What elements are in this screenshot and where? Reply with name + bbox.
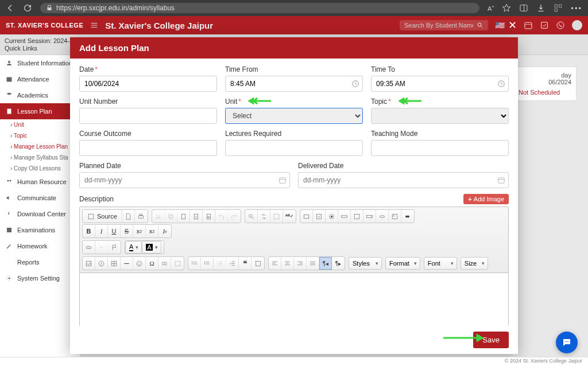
sidebar-item-hr[interactable]: Human Resource (0, 174, 80, 190)
sidebar-item-reports[interactable]: Reports (0, 254, 80, 270)
hamburger-icon[interactable] (90, 21, 98, 29)
radio-button[interactable] (326, 210, 338, 223)
format-select[interactable]: Format (385, 257, 420, 270)
indent-button[interactable] (226, 257, 239, 270)
flash-button[interactable]: ƒ (95, 257, 108, 270)
sidebar-item-academics[interactable]: Academics (0, 87, 80, 103)
date-input[interactable] (79, 76, 217, 92)
close-icon[interactable]: ✕ (508, 20, 517, 30)
sidebar-sub-copy-old[interactable]: › Copy Old Lessons (0, 163, 80, 174)
sidebar-sub-topic[interactable]: › Topic (0, 130, 80, 141)
flag-icon[interactable]: 🇺🇸 (495, 21, 505, 30)
ltr-button[interactable]: ¶◂ (319, 257, 332, 270)
select-all-button[interactable] (270, 210, 283, 223)
sidebar-item-examinations[interactable]: Examinations (0, 222, 80, 238)
back-icon[interactable] (6, 3, 15, 13)
task-icon[interactable] (540, 21, 549, 30)
cut-button[interactable] (152, 210, 165, 223)
paste-button[interactable] (177, 210, 190, 223)
link-button[interactable] (83, 241, 95, 254)
align-left-button[interactable] (269, 257, 281, 270)
extensions-icon[interactable] (554, 3, 563, 13)
div-button[interactable] (252, 257, 264, 270)
bullet-list-button[interactable] (201, 257, 214, 270)
add-image-button[interactable]: +Add Image (463, 194, 509, 204)
superscript-button[interactable]: x2 (146, 225, 158, 237)
planned-date-input[interactable] (79, 172, 290, 188)
subscript-button[interactable]: x2 (133, 225, 146, 237)
smiley-button[interactable] (133, 257, 146, 270)
url-box[interactable]: https://erp.sxcjpr.edu.in/admin/syllabus (40, 3, 479, 13)
align-center-button[interactable] (281, 257, 294, 270)
form-button[interactable] (300, 210, 313, 223)
sidebar-item-communicate[interactable]: Communicate (0, 190, 80, 206)
avatar[interactable] (572, 20, 582, 30)
bg-color-button[interactable]: A (142, 241, 161, 254)
paste-word-button[interactable]: W (203, 210, 215, 223)
time-from-input[interactable] (225, 76, 363, 92)
text-color-button[interactable]: A (125, 241, 142, 254)
chat-bubble-button[interactable] (556, 332, 578, 353)
size-select[interactable]: Size (461, 257, 488, 270)
course-outcome-input[interactable] (79, 140, 217, 156)
new-page-button[interactable] (122, 210, 135, 223)
sidebar-item-homework[interactable]: Homework (0, 238, 80, 254)
sidebar-item-student-info[interactable]: Student Information (0, 55, 80, 71)
copy-button[interactable] (165, 210, 177, 223)
sidebar-item-settings[interactable]: System Setting (0, 270, 80, 286)
page-break-button[interactable] (158, 257, 171, 270)
hr-button[interactable] (121, 257, 133, 270)
sidebar-sub-manage-syllabus[interactable]: › Manage Syllabus Sta (0, 152, 80, 163)
align-right-button[interactable] (294, 257, 307, 270)
image-button[interactable] (389, 210, 401, 223)
blockquote-button[interactable]: ❝ (239, 257, 252, 270)
rtl-button[interactable]: ¶▸ (332, 257, 345, 270)
hidden-button[interactable] (401, 210, 414, 223)
undo-button[interactable] (215, 210, 228, 223)
select-button[interactable] (363, 210, 376, 223)
textarea-button[interactable] (351, 210, 363, 223)
sidebar-item-download[interactable]: Download Center (0, 206, 80, 222)
paste-text-button[interactable]: T (190, 210, 203, 223)
spellcheck-button[interactable]: ᴬᴮ✓ (283, 210, 296, 223)
sidebar-item-lesson-plan[interactable]: Lesson Plan (0, 103, 80, 119)
align-justify-button[interactable] (307, 257, 319, 270)
table-button[interactable] (108, 257, 121, 270)
font-select[interactable]: Font (424, 257, 457, 270)
unit-number-input[interactable] (79, 108, 217, 124)
topic-select[interactable] (371, 108, 509, 124)
search-icon[interactable] (477, 22, 483, 29)
numbered-list-button[interactable]: 12 (188, 257, 201, 270)
anchor-button[interactable] (108, 241, 121, 254)
replace-button[interactable] (258, 210, 270, 223)
editor-content-area[interactable] (80, 273, 508, 326)
download-icon[interactable] (536, 3, 546, 13)
teaching-mode-input[interactable] (371, 140, 509, 156)
bold-button[interactable]: B (83, 225, 95, 237)
styles-select[interactable]: Styles (349, 257, 382, 270)
sidebar-icon[interactable] (519, 3, 528, 13)
whatsapp-icon[interactable] (556, 21, 565, 30)
refresh-icon[interactable] (23, 3, 32, 13)
iframe-button[interactable] (171, 257, 184, 270)
print-button[interactable] (135, 210, 148, 223)
delivered-date-input[interactable] (298, 172, 509, 188)
sidebar-item-attendance[interactable]: Attendance (0, 71, 80, 87)
more-icon[interactable]: ••• (571, 4, 582, 13)
lectures-required-input[interactable] (225, 140, 363, 156)
strike-button[interactable]: S (121, 225, 133, 237)
save-button[interactable]: Save (473, 332, 509, 348)
student-search[interactable] (400, 20, 488, 30)
checkbox-button[interactable] (313, 210, 326, 223)
italic-button[interactable]: I (95, 225, 108, 237)
special-char-button[interactable]: Ω (146, 257, 158, 270)
outdent-button[interactable] (214, 257, 226, 270)
sidebar-sub-manage-lesson[interactable]: › Manage Lesson Plan (0, 141, 80, 152)
redo-button[interactable] (228, 210, 241, 223)
calendar-icon[interactable] (524, 21, 533, 30)
sidebar-sub-unit[interactable]: › Unit (0, 119, 80, 130)
unlink-button[interactable] (95, 241, 108, 254)
text-size-icon[interactable]: A» (488, 5, 494, 12)
remove-format-button[interactable]: Ix (158, 225, 171, 237)
underline-button[interactable]: U (108, 225, 121, 237)
